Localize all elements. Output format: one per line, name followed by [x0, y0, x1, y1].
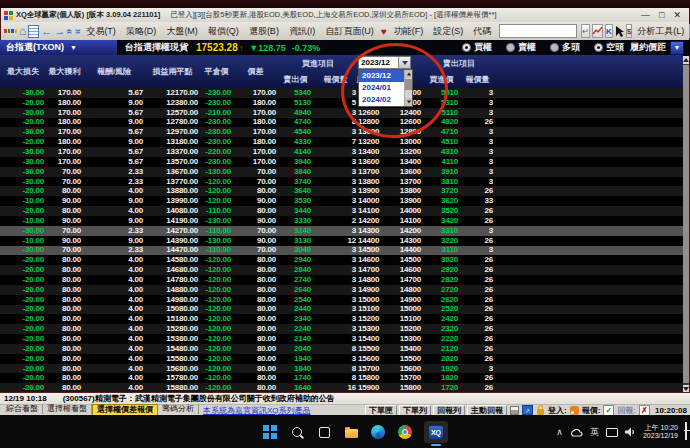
month-combobox-arrow[interactable]: [398, 57, 410, 68]
edge-icon[interactable]: [370, 424, 386, 440]
option-radio-多頭[interactable]: 多頭: [550, 41, 580, 54]
analysis-tools-menu[interactable]: 分析工具(L): [633, 25, 688, 38]
menu-item[interactable]: 大盤(M): [161, 25, 203, 38]
xq-app-taskbar-icon[interactable]: XQ: [424, 421, 448, 443]
order-button-下單匣[interactable]: 下單匣: [365, 405, 397, 416]
table-row[interactable]: -30.00170.005.6713570.00-230.00170.00394…: [0, 157, 683, 167]
table-row[interactable]: -20.00180.009.0012780.00-230.00180.00474…: [0, 118, 683, 128]
scrollbar-thumb[interactable]: [683, 65, 689, 383]
page-list-icon[interactable]: [28, 25, 39, 38]
strike-distance-dropdown[interactable]: ▼: [670, 41, 684, 55]
system-info-link[interactable]: 本系統為嘉實資訊XQ系列產品: [203, 405, 311, 416]
scrollbar-up-arrow[interactable]: [683, 56, 689, 64]
menu-item[interactable]: 報價(Q): [203, 25, 244, 38]
menu-item[interactable]: 資訊(I): [284, 25, 321, 38]
col-buy-price: 買進價: [423, 71, 460, 88]
table-row[interactable]: -20.0080.004.0014880.00-120.0080.0026403…: [0, 285, 683, 295]
table-row[interactable]: -10.0090.009.0013990.00-120.0090.0035303…: [0, 196, 683, 206]
table-row[interactable]: -30.00170.005.6713370.00-220.00170.00414…: [0, 147, 683, 157]
close-button[interactable]: ✕: [673, 10, 681, 20]
taskbar-clock[interactable]: 上午 10:202023/12/19: [643, 424, 678, 441]
menu-item[interactable]: 交易(T): [81, 25, 121, 38]
popout-window-icon[interactable]: ↗: [522, 405, 533, 415]
table-row[interactable]: -20.0080.004.0015680.00-120.0080.0018408…: [0, 364, 683, 374]
start-button[interactable]: [262, 424, 278, 440]
table-row[interactable]: -30.00170.005.6712570.00-210.00170.00494…: [0, 108, 683, 118]
dropdown-scrollbar[interactable]: [404, 70, 412, 106]
task-view-icon[interactable]: [316, 424, 332, 440]
option-radio-空頭[interactable]: 空頭: [594, 41, 624, 54]
table-row[interactable]: -20.0080.004.0015080.00-120.0080.0024403…: [0, 305, 683, 315]
cursor-icon[interactable]: [615, 25, 624, 38]
table-row[interactable]: -20.0080.004.0015480.00-120.0080.0020408…: [0, 344, 683, 354]
table-row[interactable]: -20.0080.004.0015180.00-120.0080.0023403…: [0, 314, 683, 324]
enter-icon[interactable]: ↵: [581, 24, 590, 38]
month-dropdown-list[interactable]: 2023/122024/012024/02: [358, 69, 413, 107]
option-radio-買權[interactable]: 買權: [462, 41, 492, 54]
instrument-selector[interactable]: 台指選(TXON)▼: [0, 40, 117, 55]
maximize-button[interactable]: □: [659, 10, 664, 20]
printer-icon[interactable]: [510, 406, 519, 415]
menu-item[interactable]: 自訂頁面(U): [320, 25, 379, 38]
news-ticker[interactable]: 12/19 10:18 (300567)精測電子：武漢精測電子集團股份有限公司關…: [0, 393, 690, 404]
table-row[interactable]: -20.0080.004.0014680.00-120.0080.0028403…: [0, 265, 683, 275]
menu-item[interactable]: 功能(F): [389, 25, 429, 38]
trend-chart-icon[interactable]: [592, 24, 603, 38]
order-button-回報列[interactable]: 回報列: [433, 405, 465, 416]
table-row[interactable]: -30.0070.002.3313670.00-130.0070.0038403…: [0, 167, 683, 177]
ime-language-indicator[interactable]: 英: [590, 426, 599, 439]
table-row[interactable]: -30.0070.002.3314470.00-110.0070.0030403…: [0, 246, 683, 256]
speaker-icon[interactable]: [625, 423, 636, 441]
kline-icon[interactable]: K: [605, 24, 613, 38]
table-row[interactable]: -30.0070.002.3313770.00-120.0070.0037403…: [0, 177, 683, 187]
table-row[interactable]: -30.0070.002.3314270.00-110.0070.0032403…: [0, 226, 683, 236]
dropdown-scroll-down[interactable]: [405, 98, 412, 106]
page-tab-選擇權看盤[interactable]: 選擇權看盤: [43, 404, 92, 414]
favorite-heart-icon[interactable]: ♥: [381, 26, 387, 37]
table-row[interactable]: -20.0080.004.0015580.00-120.0080.0019403…: [0, 354, 683, 364]
cell: 80.00: [46, 276, 83, 284]
cell: 80.00: [46, 207, 83, 215]
option-radio-賣權[interactable]: 賣權: [506, 41, 536, 54]
onedrive-cloud-icon[interactable]: [570, 423, 583, 441]
order-button-下單列[interactable]: 下單列: [399, 405, 431, 416]
symbol-code-input[interactable]: [499, 24, 577, 38]
menu-item[interactable]: 代碼: [468, 25, 496, 38]
search-icon[interactable]: [289, 424, 305, 440]
table-row[interactable]: -20.00180.009.0013180.00-230.00180.00433…: [0, 137, 683, 147]
table-row[interactable]: -20.0080.004.0014980.00-120.0080.0025403…: [0, 295, 683, 305]
menu-item[interactable]: 選股(B): [244, 25, 284, 38]
home-icon[interactable]: ⌂: [19, 25, 26, 38]
table-row[interactable]: -20.0080.004.0015780.00-120.0080.0017408…: [0, 373, 683, 383]
tray-chevron-icon[interactable]: ∧: [556, 427, 563, 437]
cast-screen-icon[interactable]: [606, 428, 618, 437]
table-row[interactable]: -30.00170.005.6712970.00-230.00170.00454…: [0, 127, 683, 137]
table-row[interactable]: -20.0080.004.0014580.00-120.0080.0029403…: [0, 255, 683, 265]
dropdown-scroll-thumb[interactable]: [405, 79, 412, 90]
dollar-icon[interactable]: $: [626, 24, 632, 38]
table-row[interactable]: -20.0080.004.0013880.00-120.0080.0036403…: [0, 186, 683, 196]
table-row[interactable]: -20.0080.004.0014780.00-120.0080.0027403…: [0, 275, 683, 285]
menu-item[interactable]: 設定(S): [428, 25, 468, 38]
table-row[interactable]: -20.0080.004.0015280.00-120.0080.0022403…: [0, 324, 683, 334]
page-tab-籌碼分析[interactable]: 籌碼分析: [158, 404, 199, 414]
back-icon[interactable]: ←: [41, 25, 52, 38]
table-row[interactable]: -30.00170.005.6712170.00-230.00170.00534…: [0, 88, 683, 98]
notification-bell-icon[interactable]: [685, 423, 687, 441]
chrome-icon[interactable]: [397, 424, 413, 440]
table-scrollbar[interactable]: [683, 56, 689, 393]
scroll-down-icon[interactable]: «: [71, 28, 84, 34]
page-tab-綜合看盤[interactable]: 綜合看盤: [2, 404, 43, 414]
month-combobox[interactable]: 2023/12: [358, 56, 411, 69]
table-row[interactable]: -20.00180.009.0012380.00-230.00180.00513…: [0, 98, 683, 108]
table-row[interactable]: -10.0090.009.0014190.00-130.0090.0033302…: [0, 216, 683, 226]
minimize-button[interactable]: —: [641, 10, 650, 20]
dropdown-scroll-up[interactable]: [405, 70, 412, 78]
order-button-主動回報[interactable]: 主動回報: [467, 405, 507, 416]
file-explorer-icon[interactable]: [343, 424, 359, 440]
table-row[interactable]: -20.0080.004.0015380.00-120.0080.0021403…: [0, 334, 683, 344]
menu-item[interactable]: 策略(D): [121, 25, 162, 38]
xq-grid-icon[interactable]: [4, 25, 17, 38]
table-row[interactable]: -20.0080.004.0014080.00-110.0080.0034403…: [0, 206, 683, 216]
table-row[interactable]: -10.0090.009.0014390.00-130.0090.0031301…: [0, 236, 683, 246]
